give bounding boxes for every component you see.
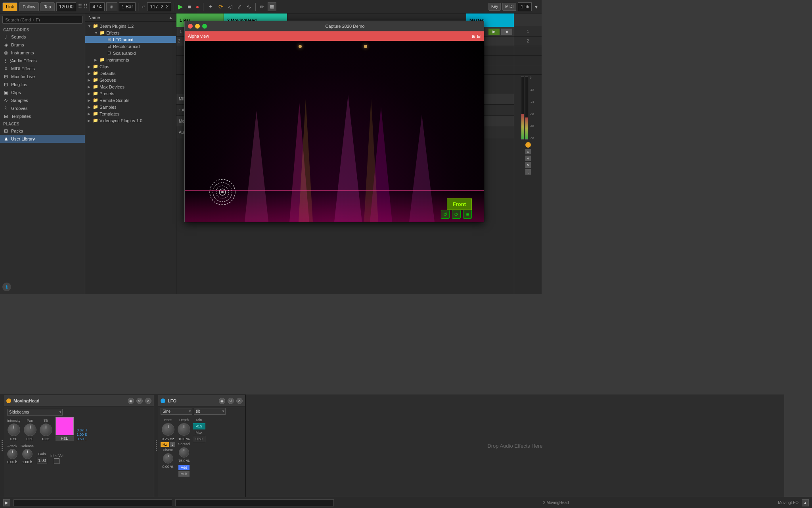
- tree-item-grooves[interactable]: ▶ 📁 Grooves: [85, 77, 176, 83]
- win-max-button[interactable]: [202, 24, 207, 29]
- loop-button[interactable]: ⟳: [217, 3, 225, 11]
- sidebar-item-samples[interactable]: ∿ Samples: [0, 96, 85, 104]
- right-icons: I S M ✕ ⋮: [525, 142, 531, 175]
- record-button[interactable]: ●: [194, 3, 201, 11]
- file-browser-header: Name ▲: [85, 13, 176, 22]
- sounds-icon: ♩: [3, 34, 9, 40]
- meter-bar-right: [525, 76, 528, 140]
- sidebar-bottom: ℹ: [0, 280, 85, 294]
- sidebar-item-midi-effects[interactable]: ≡ MIDI Effects: [0, 65, 85, 73]
- midi-button[interactable]: MIDI: [502, 3, 516, 11]
- right-num-2: 2: [514, 37, 542, 46]
- time-sig[interactable]: 4 / 4: [90, 2, 104, 11]
- tree-item-effects[interactable]: ▼ 📁 Effects: [85, 29, 176, 36]
- tree-item-clips[interactable]: ▶ 📁 Clips: [85, 63, 176, 70]
- sidebar-item-plug-ins[interactable]: ⊡ Plug-Ins: [0, 81, 85, 89]
- play-button[interactable]: ▶: [176, 2, 184, 11]
- tree-item-samples-folder[interactable]: ▶ 📁 Samples: [85, 104, 176, 110]
- clips-label: Clips: [11, 90, 21, 95]
- svg-point-4: [221, 191, 224, 193]
- io-button[interactable]: I: [525, 142, 531, 148]
- tap-button[interactable]: Tap: [40, 2, 55, 11]
- follow-button[interactable]: Follow: [19, 2, 39, 11]
- tree-item-max-devices[interactable]: ▶ 📁 Max Devices: [85, 83, 176, 90]
- audio-effects-label: Audio Effects: [11, 58, 37, 63]
- meter-fill-left: [521, 114, 524, 139]
- play-indicator[interactable]: ▶: [488, 29, 500, 35]
- track-num-1: 1: [180, 29, 182, 34]
- dots-button[interactable]: ⋮: [525, 169, 531, 175]
- zoom-display[interactable]: 1 %: [518, 2, 532, 11]
- s-button[interactable]: S: [525, 149, 531, 154]
- plug-ins-icon: ⊡: [3, 82, 9, 87]
- link-button[interactable]: Link: [2, 2, 17, 11]
- search-input[interactable]: [2, 16, 82, 24]
- zoom-arrow[interactable]: ▾: [533, 3, 539, 11]
- top-bar-right: Key MIDI 1 % ▾: [488, 2, 539, 11]
- sidebar-item-instruments[interactable]: ◎ Instruments: [0, 49, 85, 57]
- tree-item-scale[interactable]: ⊟ Scale.amxd: [85, 50, 176, 56]
- places-label: Places: [0, 120, 85, 127]
- tree-label: Remote Scripts: [100, 98, 129, 103]
- metronome[interactable]: ◉: [106, 2, 117, 11]
- max-for-live-label: Max for Live: [11, 74, 35, 79]
- m-button[interactable]: M: [525, 156, 531, 161]
- position-display[interactable]: 117. 2. 2: [147, 2, 171, 11]
- device-icon: ⊟: [106, 44, 112, 49]
- pencil-button[interactable]: ✏: [258, 3, 266, 11]
- front-button[interactable]: Front: [447, 198, 472, 210]
- video-window: Capture 2020 Demo Alpha view ⊞ ⊟: [184, 21, 484, 222]
- folder-icon: 📁: [93, 77, 98, 83]
- sidebar-item-sounds[interactable]: ♩ Sounds: [0, 33, 85, 41]
- drums-label: Drums: [11, 42, 24, 47]
- sidebar-item-clips[interactable]: ▣ Clips: [0, 89, 85, 96]
- sidebar-item-templates[interactable]: ⊟ Templates: [0, 112, 85, 120]
- sidebar-item-drums[interactable]: ◈ Drums: [0, 41, 85, 49]
- tree-item-videosync[interactable]: ▶ 📁 Videosync Plugins 1.0: [85, 117, 176, 124]
- meter-48: -48: [530, 125, 534, 127]
- meter-fill-right: [525, 117, 528, 139]
- x-button[interactable]: ✕: [525, 162, 531, 168]
- tree-item-instruments[interactable]: ▶ 📁 Instruments: [85, 56, 176, 63]
- stage-background: Front ↺ ⟳ ≡: [185, 41, 484, 222]
- win-close-button[interactable]: [188, 24, 193, 29]
- tempo-display[interactable]: 120.00: [56, 2, 77, 11]
- tree-item-presets[interactable]: ▶ 📁 Presets: [85, 90, 176, 97]
- video-icon-1[interactable]: ↺: [441, 210, 450, 219]
- plug-ins-label: Plug-Ins: [11, 82, 27, 87]
- audio-effects-icon: ⋮⋮: [3, 58, 9, 64]
- loop-length[interactable]: 1 Bar: [119, 2, 136, 11]
- tree-item-lfo[interactable]: ⊟ LFO.amxd: [85, 36, 176, 43]
- tree-item-templates-folder[interactable]: ▶ 📁 Templates: [85, 110, 176, 117]
- expand-button[interactable]: ⤢: [236, 3, 243, 11]
- win-min-button[interactable]: [195, 24, 200, 29]
- tree-item-beam-plugins[interactable]: ▼ 📁 Beam Plugins 1.2: [85, 23, 176, 29]
- alpha-icon-1[interactable]: ⊞: [472, 34, 475, 39]
- wave-button[interactable]: ∿: [245, 3, 253, 11]
- stop-button[interactable]: ■: [186, 3, 192, 11]
- spotlight-1: [299, 45, 302, 48]
- divider-1: [138, 3, 138, 11]
- user-library-icon: ♟: [3, 136, 9, 142]
- back-button[interactable]: ◁: [226, 3, 234, 11]
- folder-icon: 📁: [100, 57, 105, 62]
- sidebar-item-max-for-live[interactable]: ⊞ Max for Live: [0, 73, 85, 81]
- grid-button[interactable]: ▦: [268, 2, 276, 11]
- sidebar-item-grooves[interactable]: ⌇ Grooves: [0, 104, 85, 112]
- grooves-label: Grooves: [11, 106, 28, 111]
- info-button[interactable]: ℹ: [2, 283, 11, 291]
- video-icon-3[interactable]: ≡: [463, 210, 472, 219]
- tree-item-remote-scripts[interactable]: ▶ 📁 Remote Scripts: [85, 97, 176, 104]
- sort-arrow[interactable]: ▲: [169, 15, 173, 20]
- tree-item-defaults[interactable]: ▶ 📁 Defaults: [85, 70, 176, 77]
- alpha-icon-2[interactable]: ⊟: [477, 34, 481, 39]
- rec-indicator[interactable]: ■: [501, 29, 512, 35]
- video-icon-2[interactable]: ⟳: [452, 210, 461, 219]
- sidebar-item-user-library[interactable]: ♟ User Library: [0, 135, 85, 143]
- tree-item-recolor[interactable]: ⊟ Recolor.amxd: [85, 43, 176, 50]
- sidebar-item-audio-effects[interactable]: ⋮⋮ Audio Effects: [0, 57, 85, 65]
- add-button[interactable]: ＋: [206, 2, 215, 12]
- meter-container: 0 -12 -24 -36 -48 -60 I S M ✕ ⋮: [514, 75, 542, 294]
- sidebar-item-packs[interactable]: ⊞ Packs: [0, 127, 85, 135]
- key-button[interactable]: Key: [488, 3, 501, 11]
